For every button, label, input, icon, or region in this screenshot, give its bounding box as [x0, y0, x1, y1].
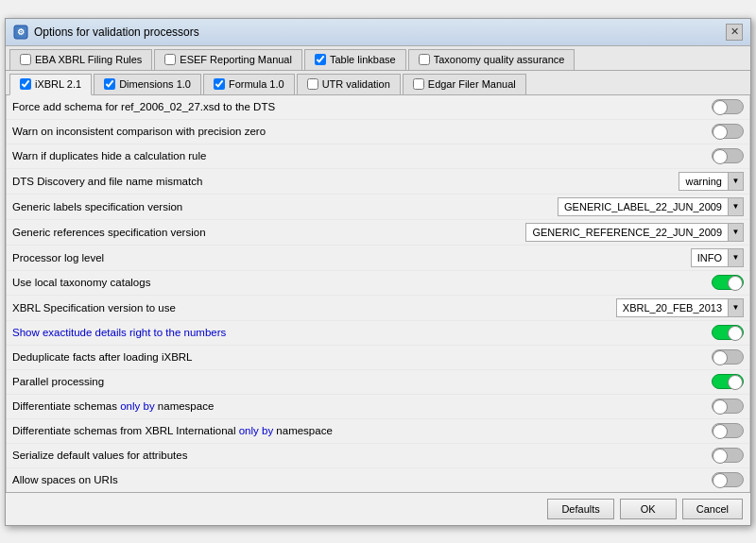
row-diff-schemas-ns-label: Differentiate schemas only by namespace — [12, 400, 712, 412]
tab-utr-checkbox[interactable] — [307, 78, 318, 90]
dropdown-dts-discovery[interactable]: warning ▼ — [679, 172, 744, 191]
toggle-allow-spaces[interactable] — [712, 472, 744, 487]
footer: Defaults OK Cancel — [6, 492, 750, 525]
chevron-down-icon-2: ▼ — [728, 198, 743, 215]
row-diff-schemas-ns: Differentiate schemas only by namespace — [7, 395, 749, 419]
chevron-down-icon-3: ▼ — [728, 224, 743, 241]
row-allow-spaces: Allow spaces on URIs — [7, 468, 749, 492]
title-text: Options for validation processors — [34, 25, 199, 39]
toggle-exactitude[interactable] — [712, 325, 744, 340]
tab-dimensions-checkbox[interactable] — [104, 78, 115, 90]
tab-xbrl21[interactable]: iXBRL 2.1 — [9, 74, 92, 95]
content-area: Force add schema for ref_2006_02_27.xsd … — [7, 95, 749, 492]
row-xbrl-spec-label: XBRL Specification version to use — [12, 302, 616, 314]
tab-taxonomy-quality[interactable]: Taxonomy quality assurance — [408, 49, 576, 70]
toggle-deduplicate[interactable] — [712, 349, 744, 365]
tab-taxonomy-quality-checkbox[interactable] — [419, 54, 430, 65]
tab-edgar[interactable]: Edgar Filer Manual — [403, 74, 526, 94]
dropdown-xbrl-spec[interactable]: XBRL_20_FEB_2013 ▼ — [616, 298, 744, 317]
row-xbrl-spec: XBRL Specification version to use XBRL_2… — [7, 296, 749, 321]
row-local-taxonomy-label: Use local taxonomy catalogs — [12, 277, 712, 288]
toggle-parallel[interactable] — [712, 374, 744, 389]
row-warn-duplicates-label: Warn if duplicates hide a calculation ru… — [12, 150, 712, 161]
tab-dimensions-label: Dimensions 1.0 — [119, 78, 191, 90]
toggle-serialize-defaults[interactable] — [712, 448, 744, 463]
tab-taxonomy-quality-label: Taxonomy quality assurance — [434, 54, 565, 65]
dropdown-generic-refs[interactable]: GENERIC_REFERENCE_22_JUN_2009 ▼ — [525, 223, 744, 242]
tab-utr[interactable]: UTR validation — [297, 74, 401, 94]
row-diff-schemas-xbrl: Differentiate schemas from XBRL Internat… — [7, 419, 749, 444]
dropdown-generic-labels[interactable]: GENERIC_LABEL_22_JUN_2009 ▼ — [558, 197, 744, 216]
tabs-row2: iXBRL 2.1 Dimensions 1.0 Formula 1.0 UTR… — [6, 71, 750, 95]
row-generic-labels-label: Generic labels specification version — [12, 201, 558, 212]
toggle-warn-inconsistent[interactable] — [712, 124, 744, 139]
dropdown-generic-labels-value: GENERIC_LABEL_22_JUN_2009 — [558, 201, 728, 212]
tab-edgar-checkbox[interactable] — [413, 78, 424, 90]
tab-esef-checkbox[interactable] — [164, 54, 176, 65]
row-serialize-defaults: Serialize default values for attributes — [7, 444, 749, 468]
row-warn-duplicates: Warn if duplicates hide a calculation ru… — [7, 144, 749, 169]
dropdown-generic-refs-value: GENERIC_REFERENCE_22_JUN_2009 — [526, 227, 728, 238]
tab-xbrl21-checkbox[interactable] — [20, 78, 31, 90]
dropdown-processor-log[interactable]: INFO ▼ — [691, 248, 744, 267]
tab-edgar-label: Edgar Filer Manual — [428, 78, 516, 90]
row-deduplicate-label: Deduplicate facts after loading iXBRL — [12, 351, 712, 363]
toggle-warn-duplicates[interactable] — [712, 148, 744, 163]
row-serialize-defaults-label: Serialize default values for attributes — [12, 450, 712, 461]
tab-eba-xbrl-checkbox[interactable] — [20, 54, 31, 65]
cancel-button[interactable]: Cancel — [682, 499, 743, 519]
close-button[interactable]: ✕ — [726, 24, 743, 41]
tab-utr-label: UTR validation — [322, 78, 390, 90]
chevron-down-icon-4: ▼ — [728, 249, 743, 266]
row-generic-refs-label: Generic references specification version — [12, 227, 525, 238]
tab-eba-xbrl-label: EBA XBRL Filing Rules — [35, 54, 142, 65]
row-exactitude: Show exactitude details right to the num… — [7, 321, 749, 346]
toggle-local-taxonomy[interactable] — [712, 275, 744, 290]
title-bar: ⚙ Options for validation processors ✕ — [6, 19, 750, 46]
row-generic-refs: Generic references specification version… — [7, 220, 749, 246]
row-force-add-schema: Force add schema for ref_2006_02_27.xsd … — [7, 95, 749, 120]
tab-esef[interactable]: ESEF Reporting Manual — [154, 49, 302, 70]
toggle-force-add-schema[interactable] — [712, 99, 744, 114]
dropdown-xbrl-spec-value: XBRL_20_FEB_2013 — [617, 302, 728, 314]
tab-table-linkbase-label: Table linkbase — [330, 54, 396, 65]
chevron-down-icon-5: ▼ — [728, 299, 743, 316]
toggle-diff-schemas-ns[interactable] — [712, 399, 744, 414]
ok-button[interactable]: OK — [620, 499, 677, 519]
row-dts-discovery-label: DTS Discovery and file name mismatch — [12, 176, 679, 187]
toggle-diff-schemas-xbrl[interactable] — [712, 423, 744, 438]
row-parallel-label: Parallel processing — [12, 376, 712, 387]
svg-text:⚙: ⚙ — [17, 27, 25, 37]
chevron-down-icon: ▼ — [728, 173, 743, 190]
tab-formula10-label: Formula 1.0 — [229, 78, 284, 90]
dropdown-processor-log-value: INFO — [692, 252, 728, 263]
row-processor-log-label: Processor log level — [12, 252, 691, 263]
tab-formula10-checkbox[interactable] — [214, 78, 225, 90]
row-processor-log: Processor log level INFO ▼ — [7, 246, 749, 271]
row-generic-labels: Generic labels specification version GEN… — [7, 195, 749, 220]
tab-table-linkbase-checkbox[interactable] — [315, 54, 326, 65]
tabs-row1: EBA XBRL Filing Rules ESEF Reporting Man… — [6, 46, 750, 71]
row-dts-discovery: DTS Discovery and file name mismatch war… — [7, 169, 749, 195]
tab-xbrl21-label: iXBRL 2.1 — [35, 78, 81, 90]
app-icon: ⚙ — [13, 25, 28, 40]
tab-eba-xbrl[interactable]: EBA XBRL Filing Rules — [9, 49, 152, 70]
row-exactitude-label: Show exactitude details right to the num… — [12, 327, 712, 338]
row-local-taxonomy: Use local taxonomy catalogs — [7, 271, 749, 296]
row-warn-inconsistent: Warn on inconsistent comparison with pre… — [7, 120, 749, 144]
tab-table-linkbase[interactable]: Table linkbase — [304, 49, 406, 70]
tab-esef-label: ESEF Reporting Manual — [180, 54, 292, 65]
row-deduplicate: Deduplicate facts after loading iXBRL — [7, 346, 749, 370]
row-allow-spaces-label: Allow spaces on URIs — [12, 474, 712, 485]
dialog-window: ⚙ Options for validation processors ✕ EB… — [5, 18, 751, 526]
row-force-add-schema-label: Force add schema for ref_2006_02_27.xsd … — [12, 101, 712, 112]
row-parallel: Parallel processing — [7, 370, 749, 395]
row-diff-schemas-xbrl-label: Differentiate schemas from XBRL Internat… — [12, 425, 712, 436]
dropdown-dts-discovery-value: warning — [679, 176, 728, 187]
tab-dimensions[interactable]: Dimensions 1.0 — [94, 74, 201, 94]
defaults-button[interactable]: Defaults — [547, 499, 613, 519]
tab-formula10[interactable]: Formula 1.0 — [203, 74, 295, 94]
row-warn-inconsistent-label: Warn on inconsistent comparison with pre… — [12, 126, 712, 137]
